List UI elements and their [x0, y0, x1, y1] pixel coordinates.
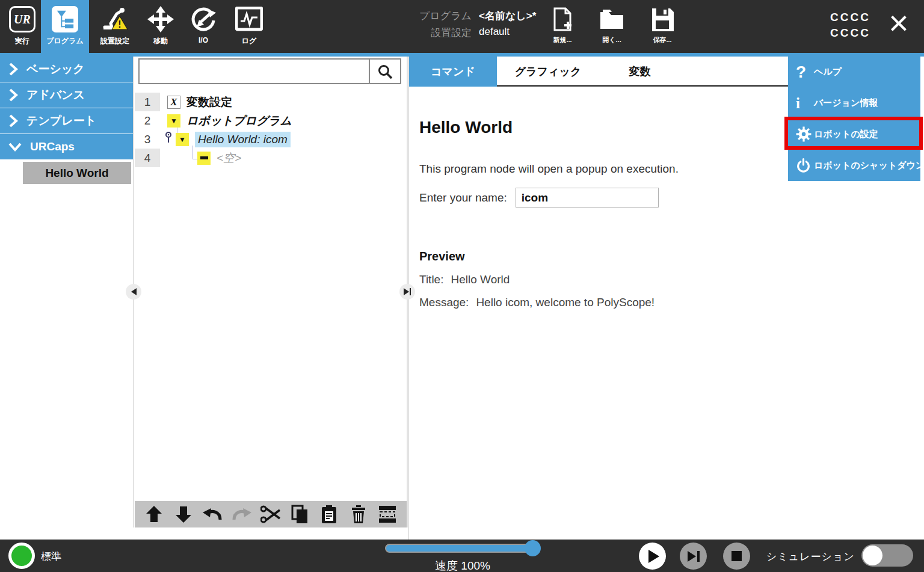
arrow-down-icon [174, 505, 193, 524]
menu-item-shutdown[interactable]: ロボットのシャットダウン [788, 150, 920, 181]
delete-button[interactable] [348, 503, 369, 525]
menu-item-robot-settings[interactable]: ロボットの設定 [788, 119, 920, 150]
chevron-right-icon [8, 114, 18, 128]
sidebar-item-label: ベーシック [26, 61, 85, 77]
file-actions: 新規... 開く... [552, 7, 674, 45]
expand-node-icon[interactable]: ▼ [176, 133, 189, 146]
row-number: 2 [135, 111, 160, 130]
nav-tab-label: 移動 [153, 36, 168, 46]
menu-item-label: ロボットのシャットダウン [814, 160, 920, 171]
simulation-toggle[interactable] [861, 544, 913, 567]
sidebar-item-label: URCaps [30, 140, 75, 153]
node-palette-sidebar: ベーシック アドバンス テンプレート URCaps Hello World [0, 57, 134, 540]
open-program-button[interactable]: 開く... [599, 7, 624, 45]
collapse-sidebar-handle[interactable] [126, 284, 141, 300]
save-button-label: 保存... [653, 35, 671, 45]
copy-icon [291, 505, 309, 524]
chevron-down-icon [8, 142, 22, 152]
empty-node-icon [197, 152, 211, 165]
menu-item-help[interactable]: ? ヘルプ [788, 57, 920, 88]
cut-scissors-icon [260, 505, 281, 523]
new-program-button[interactable]: 新規... [552, 7, 573, 45]
new-button-label: 新規... [553, 35, 571, 45]
name-field[interactable] [516, 188, 659, 208]
polyscope-screen: UR 実行 プログラム [0, 0, 924, 572]
arrow-up-icon [144, 505, 164, 524]
tab-variables[interactable]: 変数 [599, 57, 680, 87]
nav-tab-move[interactable]: 移動 [141, 0, 180, 53]
undo-button[interactable] [202, 503, 223, 525]
variable-node-icon: X [167, 96, 180, 109]
menu-item-label: ロボットの設定 [814, 129, 878, 140]
chevron-right-icon [8, 63, 18, 76]
suppress-icon [377, 505, 398, 524]
cut-button[interactable] [260, 503, 282, 525]
command-panel: コマンド グラフィック 変数 Hello World This program … [408, 57, 788, 540]
name-field-label: Enter your name: [419, 191, 507, 205]
play-button[interactable] [639, 543, 666, 570]
preview-heading: Preview [419, 250, 788, 263]
robot-status-indicator[interactable] [8, 543, 35, 569]
program-tree: 1 X 変数設定 2 ▼ ロボットプログラム 3 ▼ He [135, 93, 407, 167]
redo-button[interactable] [231, 503, 253, 525]
svg-text:!: ! [118, 19, 121, 29]
tab-graphics[interactable]: グラフィック [497, 57, 599, 87]
info-icon: i [796, 95, 814, 112]
nav-tab-label: 設置設定 [100, 36, 129, 46]
nav-tab-program[interactable]: プログラム [41, 0, 89, 53]
tree-row-empty[interactable]: 4 <空> [135, 149, 407, 167]
row-number: 4 [135, 149, 160, 167]
save-program-button[interactable]: 保存... [651, 7, 674, 45]
sidebar-item-templates[interactable]: テンプレート [0, 108, 134, 134]
menu-item-about[interactable]: i バージョン情報 [788, 88, 920, 119]
tree-toolbar [135, 501, 407, 527]
preview-message-label: Message: [419, 296, 469, 309]
nav-tab-run[interactable]: UR 実行 [4, 0, 41, 53]
move-up-button[interactable] [143, 503, 165, 525]
simulation-label: シミュレーション [766, 550, 855, 564]
paste-button[interactable] [318, 503, 340, 525]
sidebar-item-urcaps[interactable]: URCaps [0, 134, 134, 159]
step-icon [688, 551, 696, 562]
nav-tab-installation[interactable]: ! 設置設定 [89, 0, 141, 53]
stop-button[interactable] [723, 543, 750, 570]
sidebar-item-basic[interactable]: ベーシック [0, 57, 134, 82]
close-icon[interactable]: × [881, 5, 917, 43]
speed-slider-handle[interactable] [525, 540, 541, 556]
nav-tab-io[interactable]: I/O [180, 0, 226, 53]
trash-icon [350, 505, 367, 524]
badge-line-2: CCCC [830, 25, 870, 41]
tree-node-label: ロボットプログラム [186, 113, 292, 129]
top-toolbar: UR 実行 プログラム [0, 0, 924, 53]
corner-badge: CCCC CCCC [830, 10, 870, 41]
collapse-tree-handle[interactable] [399, 284, 415, 300]
suppress-button[interactable] [377, 503, 398, 525]
move-down-button[interactable] [173, 503, 194, 525]
tree-node-label-selected: Hello World: icom [195, 132, 291, 147]
urcap-hello-world-button[interactable]: Hello World [23, 162, 131, 184]
search-input[interactable] [140, 60, 369, 83]
expand-node-icon[interactable]: ▼ [167, 114, 180, 128]
bottom-status-bar: 標準 速度 100% シミュレーション [0, 540, 924, 572]
nav-tab-log[interactable]: ログ [226, 0, 272, 53]
step-button[interactable] [680, 543, 707, 570]
robot-arm-warning-icon: ! [100, 4, 130, 34]
program-tree-icon [50, 4, 80, 34]
installation-status-label: 設置設定 [414, 26, 472, 40]
sidebar-item-advanced[interactable]: アドバンス [0, 82, 134, 108]
search-icon [377, 64, 393, 79]
page-title: Hello World [419, 118, 788, 137]
tree-row-robot-program[interactable]: 2 ▼ ロボットプログラム [135, 111, 407, 130]
search-button[interactable] [369, 60, 400, 83]
tree-row-variables[interactable]: 1 X 変数設定 [135, 93, 407, 111]
tree-row-hello-world[interactable]: 3 ▼ Hello World: icom [135, 130, 407, 149]
move-arrows-icon [146, 4, 176, 34]
toggle-knob [863, 546, 882, 565]
breakpoint-pin-icon [165, 131, 172, 147]
preview-message-value: Hello icom, welcome to PolyScope! [476, 296, 654, 309]
tab-command[interactable]: コマンド [409, 57, 497, 87]
speed-slider-track[interactable] [385, 544, 540, 553]
new-document-icon [552, 7, 573, 34]
power-icon [796, 158, 814, 173]
copy-button[interactable] [289, 503, 311, 525]
